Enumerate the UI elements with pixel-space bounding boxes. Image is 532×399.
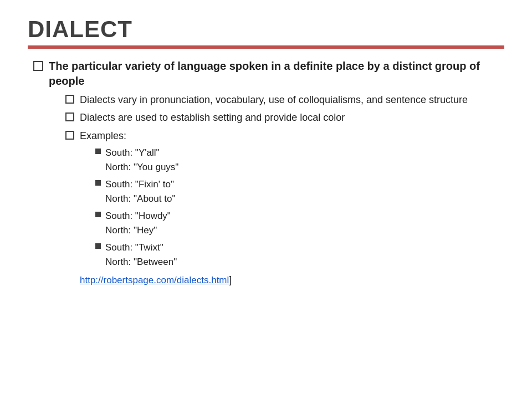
slide: DIALECT The particular variety of langua… — [0, 0, 532, 399]
title-area: DIALECT — [28, 17, 504, 49]
bullet-l2-marker-1 — [65, 95, 74, 104]
bullet-l3-marker-4 — [95, 243, 101, 249]
bullet-l1-main: The particular variety of language spoke… — [33, 59, 504, 291]
content-area: The particular variety of language spoke… — [28, 59, 504, 291]
bullet-l1-text: The particular variety of language spoke… — [49, 59, 504, 291]
link-area: http://robertspage.com/dialects.html] — [80, 273, 504, 287]
bullet-l3-text-3: South: "Howdy"North: "Hey" — [105, 209, 504, 237]
bullet-l2-1: Dialects vary in pronunciation, vocabula… — [65, 93, 504, 106]
sub-sub-bullets: South: "Y'all"North: "You guys" South: "… — [80, 146, 504, 269]
bullet-l3-marker-3 — [95, 212, 101, 217]
link-suffix: ] — [229, 274, 232, 285]
bullet-l2-marker-2 — [65, 112, 74, 121]
bullet-l2-2: Dialects are used to establish setting a… — [65, 111, 504, 124]
bullet-l2-marker-3 — [65, 131, 74, 140]
bullet-l3-4: South: "Twixt"North: "Between" — [95, 241, 504, 269]
bullet-l3-text-2: South: "Fixin' to"North: "About to" — [105, 177, 504, 206]
bullet-l1-label: The particular variety of language spoke… — [49, 60, 480, 87]
bullet-l3-marker-1 — [95, 149, 101, 154]
examples-label: Examples: — [80, 130, 126, 141]
bullet-l3-2: South: "Fixin' to"North: "About to" — [95, 177, 504, 206]
page-title: DIALECT — [28, 17, 504, 42]
bullet-l3-text-1: South: "Y'all"North: "You guys" — [105, 146, 504, 174]
bullet-l2-3: Examples: South: "Y'all"North: "You guys… — [65, 129, 504, 287]
bullet-l2-text-3: Examples: South: "Y'all"North: "You guys… — [80, 129, 504, 287]
title-underline — [28, 45, 504, 49]
bullet-l3-marker-2 — [95, 180, 101, 186]
bullet-l3-1: South: "Y'all"North: "You guys" — [95, 146, 504, 174]
bullet-l3-3: South: "Howdy"North: "Hey" — [95, 209, 504, 237]
bullet-l3-text-4: South: "Twixt"North: "Between" — [105, 241, 504, 269]
bullet-l2-text-2: Dialects are used to establish setting a… — [80, 111, 504, 124]
bullet-l1-marker — [33, 61, 43, 71]
dialect-link[interactable]: http://robertspage.com/dialects.html — [80, 275, 229, 285]
bullet-l2-text-1: Dialects vary in pronunciation, vocabula… — [80, 93, 504, 106]
sub-bullets: Dialects vary in pronunciation, vocabula… — [49, 93, 504, 287]
